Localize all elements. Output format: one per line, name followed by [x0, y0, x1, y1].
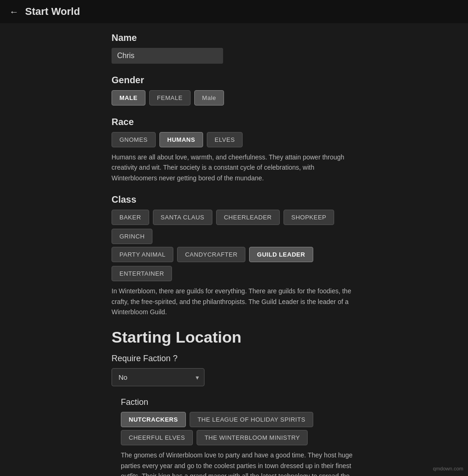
class-cheerleader-button[interactable]: CHEERLEADER [216, 210, 280, 225]
class-candycrafter-button[interactable]: CANDYCRAFTER [177, 247, 245, 262]
name-label: Name [112, 33, 356, 43]
faction-cheerful-elves-button[interactable]: CHEERFUL ELVES [121, 430, 193, 445]
race-gnomes-button[interactable]: GNOMES [112, 132, 156, 147]
faction-winterbloom-ministry-button[interactable]: THE WINTERBLOOM MINISTRY [197, 430, 308, 445]
race-humans-button[interactable]: HUMANS [159, 132, 203, 147]
gender-male-button[interactable]: MALE [112, 90, 145, 106]
gender-label: Gender [112, 75, 356, 86]
starting-location-section: Starting Location Require Faction ? No Y… [112, 328, 356, 386]
race-label: Race [112, 117, 356, 127]
watermark: qmdown.com [433, 466, 463, 471]
class-label: Class [112, 194, 356, 205]
faction-label: Faction [112, 397, 356, 407]
require-faction-label: Require Faction ? [112, 354, 356, 364]
gender-female-button[interactable]: FEMALE [149, 90, 191, 106]
class-party-animal-button[interactable]: PARTY ANIMAL [112, 247, 173, 262]
faction-league-button[interactable]: THE LEAGUE OF HOLIDAY SPIRITS [190, 412, 313, 427]
faction-options-row2: CHEERFUL ELVES THE WINTERBLOOM MINISTRY [112, 430, 356, 445]
class-options-row1: BAKER SANTA CLAUS CHEERLEADER SHOPKEEP G… [112, 210, 356, 244]
name-section: Name [112, 33, 356, 64]
class-baker-button[interactable]: BAKER [112, 210, 149, 225]
class-options-row2: PARTY ANIMAL CANDYCRAFTER GUILD LEADER E… [112, 247, 356, 281]
faction-nutcrackers-button[interactable]: NUTCRACKERS [121, 412, 186, 427]
class-entertainer-button[interactable]: ENTERTAINER [112, 266, 172, 281]
page-title: Start World [25, 6, 80, 18]
class-guild-leader-button[interactable]: GUILD LEADER [249, 247, 313, 262]
name-input[interactable] [112, 48, 223, 64]
gender-selected-display: Male [194, 90, 224, 106]
class-shopkeep-button[interactable]: SHOPKEEP [283, 210, 335, 225]
starting-location-title: Starting Location [112, 328, 356, 346]
race-description: Humans are all about love, warmth, and c… [112, 152, 356, 183]
gender-section: Gender MALE FEMALE Male [112, 75, 356, 106]
faction-description: The gnomes of Winterbloom love to party … [112, 450, 356, 476]
faction-section: Faction NUTCRACKERS THE LEAGUE OF HOLIDA… [112, 397, 356, 476]
require-faction-select[interactable]: No Yes [112, 368, 204, 386]
race-elves-button[interactable]: ELVES [207, 132, 243, 147]
faction-options-row1: NUTCRACKERS THE LEAGUE OF HOLIDAY SPIRIT… [112, 412, 356, 427]
header: ← Start World [0, 0, 468, 23]
gender-options: MALE FEMALE Male [112, 90, 356, 106]
class-description: In Winterbloom, there are guilds for eve… [112, 286, 356, 317]
require-faction-select-wrapper: No Yes ▾ [112, 368, 204, 386]
main-content: Name Gender MALE FEMALE Male Race GNOMES… [0, 23, 468, 476]
race-options: GNOMES HUMANS ELVES [112, 132, 356, 147]
race-section: Race GNOMES HUMANS ELVES Humans are all … [112, 117, 356, 183]
class-section: Class BAKER SANTA CLAUS CHEERLEADER SHOP… [112, 194, 356, 317]
back-button[interactable]: ← [9, 7, 19, 17]
class-santa-claus-button[interactable]: SANTA CLAUS [153, 210, 212, 225]
class-grinch-button[interactable]: GRINCH [112, 229, 152, 244]
